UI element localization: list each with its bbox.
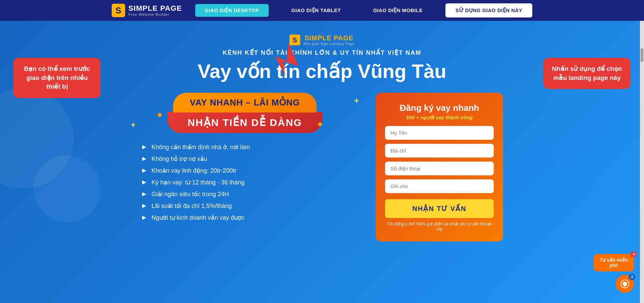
tooltip-right: Nhấn sử dụng để chọn mẫu landing page nà… <box>543 58 631 89</box>
svg-marker-2 <box>275 43 299 76</box>
deco-dot-1 <box>158 113 162 117</box>
logo-area: S SIMPLE PAGE Free Website Builder <box>112 4 182 17</box>
feature-text-5: Giải ngân siêu tốc trong 24H <box>152 190 229 198</box>
deco-plus-2: + <box>131 120 136 130</box>
feature-item-7: ► Người tự kinh doanh vẫn vay được <box>141 214 349 221</box>
arrow-icon-6: ► <box>141 202 148 210</box>
main-content: Bạn có thể xem trước giao diện trên nhiề… <box>0 21 644 303</box>
address-input[interactable] <box>385 144 494 158</box>
chat-icon-button[interactable]: 3 <box>616 275 634 293</box>
promo-bottom-text: NHẬN TIỀN DỄ DÀNG <box>187 117 302 128</box>
top-navigation: S SIMPLE PAGE Free Website Builder GIAO … <box>0 0 644 21</box>
tooltip-left: Bạn có thể xem trước giao diện trên nhiề… <box>13 58 101 98</box>
chat-bubble[interactable]: ✕ Tư vấn miễn phí! <box>594 254 634 271</box>
left-side: + + VAY NHANH – LÃI MỎNG NHẬN TIỀN DỄ DÀ… <box>141 93 349 225</box>
chat-badge: 3 <box>629 273 635 280</box>
use-template-button[interactable]: SỬ DỤNG GIAO DIỆN NÀY <box>445 3 532 17</box>
feature-item-1: ► Không cần thẩm định nhà ở, nơi làm <box>141 143 349 151</box>
promo-top-banner: VAY NHANH – LÃI MỎNG <box>173 93 317 113</box>
deco-dot-2 <box>318 122 322 126</box>
right-side-form: Đăng ký vay nhanh 500 + người vay thành … <box>376 93 503 242</box>
logo-title: SIMPLE PAGE <box>128 4 182 12</box>
arrow-icon-7: ► <box>141 214 148 221</box>
submit-button[interactable]: NHẬN TƯ VẤN <box>385 199 494 218</box>
arrow-icon-1: ► <box>141 143 148 151</box>
feature-item-6: ► Lãi suất tối đa chỉ 1,5%/tháng <box>141 202 349 210</box>
feature-text-7: Người tự kinh doanh vẫn vay được <box>152 214 245 221</box>
feature-text-2: Không hỗ trợ nợ xấu <box>152 155 207 163</box>
name-input[interactable] <box>385 126 494 140</box>
form-subtitle: 500 + người vay thành công <box>385 115 494 121</box>
chat-widget: ✕ Tư vấn miễn phí! 3 <box>594 254 634 293</box>
chat-close-button[interactable]: ✕ <box>631 251 637 257</box>
tablet-view-button[interactable]: GIAO DIỆN TABLET <box>282 4 351 17</box>
arrow-icon-5: ► <box>141 190 148 198</box>
logo-icon: S <box>112 4 125 17</box>
features-list: ► Không cần thẩm định nhà ở, nơi làm ► K… <box>141 143 349 221</box>
feature-text-3: Khoản vay linh động: 20tr-200tr <box>152 167 236 174</box>
arrow-icon-3: ► <box>141 167 148 174</box>
red-arrow-decoration <box>255 39 322 81</box>
logo-subtitle: Free Website Builder <box>128 12 182 16</box>
page-subtitle: KÊNH KẾT NỐI TÀI CHÍNH LỚN & UY TÍN NHẤT… <box>0 49 644 56</box>
promo-bottom-banner: NHẬN TIỀN DỄ DÀNG <box>167 112 322 133</box>
phone-input[interactable] <box>385 162 494 175</box>
feature-item-5: ► Giải ngân siêu tốc trong 24H <box>141 190 349 198</box>
logo-text: SIMPLE PAGE Free Website Builder <box>128 4 182 16</box>
brand-logo-small: S SIMPLE PAGE Kho giao diện Landing Page <box>0 34 644 46</box>
form-disclaimer: Tôi đồng ý để TIMA gọi điện và nhắn tin … <box>385 221 494 231</box>
form-title: Đăng ký vay nhanh <box>385 103 494 113</box>
note-input[interactable] <box>385 179 494 193</box>
form-card: Đăng ký vay nhanh 500 + người vay thành … <box>376 93 503 242</box>
feature-text-1: Không cần thẩm định nhà ở, nơi làm <box>152 143 250 151</box>
feature-item-3: ► Khoản vay linh động: 20tr-200tr <box>141 167 349 174</box>
arrow-icon-4: ► <box>141 178 148 186</box>
desktop-view-button[interactable]: GIAO DIỆN DESKTOP <box>195 4 268 17</box>
chat-icon <box>620 279 630 289</box>
deco-plus-1: + <box>354 96 359 105</box>
body-section: + + VAY NHANH – LÃI MỎNG NHẬN TIỀN DỄ DÀ… <box>0 93 644 242</box>
svg-text:S: S <box>115 5 121 15</box>
feature-item-2: ► Không hỗ trợ nợ xấu <box>141 155 349 163</box>
mobile-view-button[interactable]: GIAO DIỆN MOBILE <box>364 4 432 17</box>
feature-item-4: ► Kỳ hạn vay: từ 12 tháng - 36 tháng <box>141 178 349 186</box>
arrow-icon-2: ► <box>141 155 148 163</box>
promo-banner: + + VAY NHANH – LÃI MỎNG NHẬN TIỀN DỄ DÀ… <box>141 93 349 133</box>
chat-bubble-text: Tư vấn miễn phí! <box>600 257 628 268</box>
promo-top-text: VAY NHANH – LÃI MỎNG <box>190 97 300 107</box>
feature-text-6: Lãi suất tối đa chỉ 1,5%/tháng <box>152 202 232 210</box>
feature-text-4: Kỳ hạn vay: từ 12 tháng - 36 tháng <box>152 179 245 186</box>
